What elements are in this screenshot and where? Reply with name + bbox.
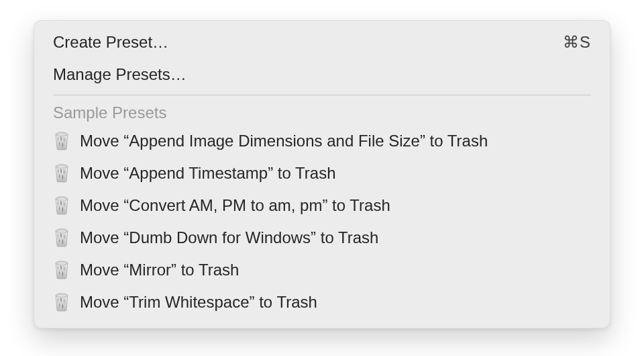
svg-point-2 xyxy=(57,133,66,136)
create-preset-label: Create Preset… xyxy=(53,30,168,54)
manage-presets-label: Manage Presets… xyxy=(53,62,186,87)
preset-item-label: Move “Append Timestamp” to Trash xyxy=(80,161,336,185)
preset-item[interactable]: Move “Trim Whitespace” to Trash xyxy=(34,286,610,318)
preset-item-label: Move “Mirror” to Trash xyxy=(80,258,239,282)
preset-item-label: Move “Append Image Dimensions and File S… xyxy=(80,129,488,153)
menu-separator xyxy=(53,95,591,95)
preset-item-label: Move “Trim Whitespace” to Trash xyxy=(80,290,317,314)
trash-icon xyxy=(53,163,70,183)
preset-item[interactable]: Move “Convert AM, PM to am, pm” to Trash xyxy=(34,189,610,222)
svg-point-14 xyxy=(57,262,66,265)
svg-point-5 xyxy=(57,165,66,168)
svg-point-11 xyxy=(57,230,66,232)
preset-item[interactable]: Move “Append Timestamp” to Trash xyxy=(34,157,610,189)
manage-presets-item[interactable]: Manage Presets… xyxy=(34,58,610,91)
trash-icon xyxy=(53,195,70,216)
svg-point-8 xyxy=(57,197,66,200)
preset-item[interactable]: Move “Dumb Down for Windows” to Trash xyxy=(34,222,610,254)
preset-item-label: Move “Convert AM, PM to am, pm” to Trash xyxy=(80,193,390,218)
trash-icon xyxy=(53,131,70,151)
sample-presets-header: Sample Presets xyxy=(34,98,610,125)
trash-icon xyxy=(53,292,70,312)
svg-point-17 xyxy=(57,294,66,297)
preset-item[interactable]: Move “Append Image Dimensions and File S… xyxy=(34,125,610,157)
presets-menu: Create Preset… ⌘S Manage Presets… Sample… xyxy=(34,20,610,328)
trash-icon xyxy=(53,228,70,248)
preset-item[interactable]: Move “Mirror” to Trash xyxy=(34,254,610,286)
preset-item-label: Move “Dumb Down for Windows” to Trash xyxy=(80,226,378,250)
trash-icon xyxy=(53,260,70,280)
create-preset-item[interactable]: Create Preset… ⌘S xyxy=(34,26,610,58)
create-preset-shortcut: ⌘S xyxy=(563,30,591,54)
